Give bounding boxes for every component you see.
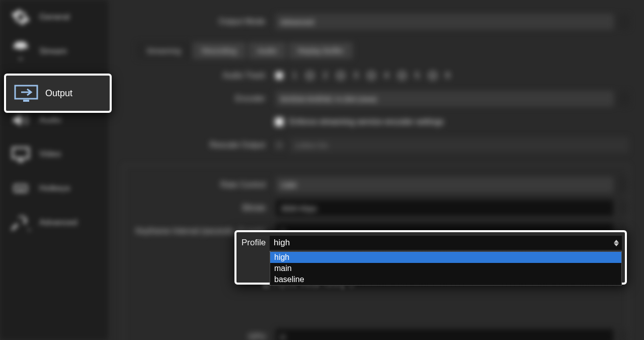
sidebar-item-hotkeys[interactable]: Hotkeys — [0, 171, 108, 206]
profile-label: Profile — [239, 238, 270, 248]
spinner-icon[interactable] — [620, 92, 629, 106]
rescale-select[interactable]: 1280x720 — [289, 137, 629, 153]
output-settings-panel: Output Mode Advanced Streaming Recording… — [108, 0, 644, 340]
sidebar-label: Video — [39, 149, 61, 159]
audio-track-radios: 1 2 3 4 5 6 — [275, 71, 450, 80]
gear-icon — [10, 7, 31, 28]
monitor-icon — [10, 144, 31, 165]
radio-1[interactable] — [275, 72, 283, 80]
rescale-label: Rescale Output — [123, 141, 269, 150]
svg-rect-1 — [14, 185, 27, 192]
settings-sidebar: General Stream Audio Video Hotkeys Advan… — [0, 0, 108, 340]
rate-control-select[interactable]: CBR — [276, 177, 613, 193]
spinner-icon[interactable] — [619, 330, 628, 340]
gpu-input[interactable]: 0 — [276, 329, 613, 340]
keyboard-icon — [10, 178, 31, 199]
sidebar-label: Stream — [39, 46, 67, 56]
sidebar-item-stream[interactable]: Stream — [0, 34, 108, 69]
sidebar-item-general[interactable]: General — [0, 0, 108, 34]
tab-audio[interactable]: Audio — [249, 42, 286, 59]
output-mode-label: Output Mode — [123, 17, 269, 26]
tools-icon — [10, 212, 31, 233]
radio-3[interactable] — [337, 72, 345, 80]
enforce-checkbox[interactable] — [275, 118, 283, 126]
chevron-updown-icon — [614, 240, 619, 246]
gpu-label: GPU — [124, 332, 270, 340]
output-icon — [14, 84, 38, 103]
radio-4[interactable] — [367, 72, 375, 80]
broadcast-icon — [10, 41, 31, 62]
rescale-checkbox[interactable] — [275, 141, 283, 149]
sidebar-label: Audio — [39, 115, 61, 125]
output-mode-select[interactable]: Advanced — [275, 14, 614, 30]
bitrate-label: Bitrate — [124, 203, 270, 213]
enforce-label: Enforce streaming service encoder settin… — [289, 117, 444, 126]
radio-2[interactable] — [306, 72, 314, 80]
spinner-icon[interactable] — [620, 15, 629, 29]
profile-select[interactable]: high — [270, 236, 622, 250]
audio-track-label: Audio Track — [123, 71, 269, 80]
encoder-select[interactable]: NVIDIA NVENC H.264 (new) — [275, 91, 614, 107]
radio-6[interactable] — [429, 72, 437, 80]
encoder-label: Encoder — [123, 94, 269, 103]
spinner-icon[interactable] — [619, 201, 628, 215]
sidebar-label: Hotkeys — [39, 183, 70, 193]
sidebar-item-video[interactable]: Video — [0, 137, 108, 171]
sidebar-item-advanced[interactable]: Advanced — [0, 206, 108, 240]
profile-options-list: high main baseline — [270, 251, 622, 286]
profile-dropdown-popup: Profile high high main baseline — [234, 230, 627, 285]
profile-option-main[interactable]: main — [270, 263, 621, 274]
radio-5[interactable] — [398, 72, 406, 80]
output-tabs: Streaming Recording Audio Replay Buffer — [137, 42, 629, 59]
sidebar-label: Advanced — [39, 218, 77, 228]
bitrate-input[interactable]: 3500 Kbps — [276, 200, 613, 216]
profile-option-baseline[interactable]: baseline — [270, 274, 621, 285]
tab-replay-buffer[interactable]: Replay Buffer — [289, 42, 353, 59]
svg-rect-3 — [23, 100, 29, 102]
sidebar-item-output[interactable]: Output — [4, 74, 112, 113]
profile-option-high[interactable]: high — [270, 252, 621, 263]
spinner-icon[interactable] — [619, 178, 628, 192]
rate-control-label: Rate Control — [124, 180, 270, 189]
sidebar-label: General — [39, 12, 69, 22]
svg-rect-0 — [13, 148, 29, 158]
sidebar-label: Output — [45, 88, 72, 99]
tab-streaming[interactable]: Streaming — [137, 42, 190, 59]
tab-recording[interactable]: Recording — [193, 42, 245, 59]
